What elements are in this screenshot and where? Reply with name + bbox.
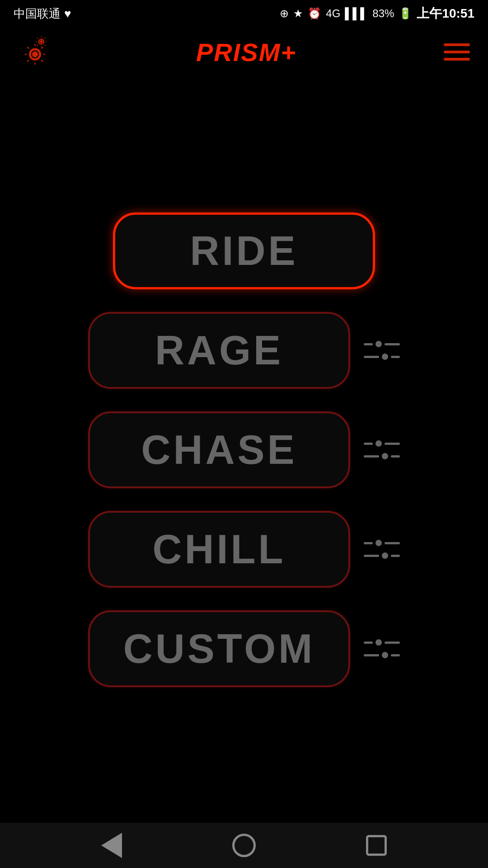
main-content: RIDE RAGE CHASE <box>0 77 488 823</box>
menu-button[interactable] <box>438 36 470 68</box>
recents-button[interactable] <box>361 830 392 861</box>
chill-button[interactable]: CHILL <box>88 511 350 588</box>
custom-label: CUSTOM <box>123 626 315 672</box>
signal-bars: ▌▌▌ <box>345 7 368 20</box>
slider-row-2 <box>364 453 400 459</box>
slider-row-2 <box>364 652 400 658</box>
slider-row-1 <box>364 440 400 447</box>
svg-point-1 <box>32 52 38 57</box>
custom-row: CUSTOM <box>27 610 461 687</box>
chill-row: CHILL <box>27 511 461 588</box>
ride-button[interactable]: RIDE <box>113 212 375 289</box>
clock: 上午10:51 <box>417 5 474 22</box>
alarm-icon: ⏰ <box>308 7 321 20</box>
rage-row: RAGE <box>27 312 461 389</box>
rage-button[interactable]: RAGE <box>88 312 350 389</box>
slider-row-1 <box>364 341 400 347</box>
slider-row-1 <box>364 540 400 546</box>
ride-row: RIDE <box>27 212 461 289</box>
slider-row-2 <box>364 354 400 360</box>
status-icons: ⊕ ★ ⏰ 4G ▌▌▌ 83% 🔋 上午10:51 <box>280 5 474 22</box>
menu-line-2 <box>444 51 470 53</box>
signal-4g: 4G <box>326 7 340 20</box>
rage-label: RAGE <box>155 327 283 374</box>
carrier-info: 中国联通 ♥ <box>14 6 71 22</box>
location-icon: ⊕ <box>280 7 289 20</box>
ride-label: RIDE <box>190 228 298 274</box>
back-button[interactable] <box>96 830 127 861</box>
health-icon: ♥ <box>64 7 71 21</box>
back-arrow-icon <box>101 833 122 858</box>
chase-button[interactable]: CHASE <box>88 411 350 488</box>
home-button[interactable] <box>228 830 260 861</box>
custom-settings-button[interactable] <box>364 633 400 665</box>
home-circle-icon <box>232 834 256 857</box>
bottom-navigation <box>0 823 488 868</box>
chase-settings-button[interactable] <box>364 434 400 466</box>
app-logo: PRiSM+ <box>196 38 296 67</box>
app-header: PRiSM+ <box>0 27 488 77</box>
chill-settings-button[interactable] <box>364 533 400 565</box>
carrier-name: 中国联通 <box>14 6 61 22</box>
menu-line-1 <box>444 43 470 46</box>
battery-percent: 83% <box>372 7 394 20</box>
rage-settings-button[interactable] <box>364 335 400 366</box>
svg-point-3 <box>40 40 42 43</box>
status-bar: 中国联通 ♥ ⊕ ★ ⏰ 4G ▌▌▌ 83% 🔋 上午10:51 <box>0 0 488 27</box>
settings-button[interactable] <box>18 36 54 68</box>
chase-row: CHASE <box>27 411 461 488</box>
custom-button[interactable]: CUSTOM <box>88 610 350 687</box>
chase-label: CHASE <box>141 427 297 473</box>
slider-row-1 <box>364 639 400 646</box>
slider-row-2 <box>364 552 400 559</box>
battery-icon: 🔋 <box>399 7 412 20</box>
logo-text: PRiSM+ <box>196 38 296 66</box>
recents-square-icon <box>366 835 387 856</box>
chill-label: CHILL <box>153 526 286 573</box>
bluetooth-icon: ★ <box>293 7 303 20</box>
menu-line-3 <box>444 58 470 61</box>
